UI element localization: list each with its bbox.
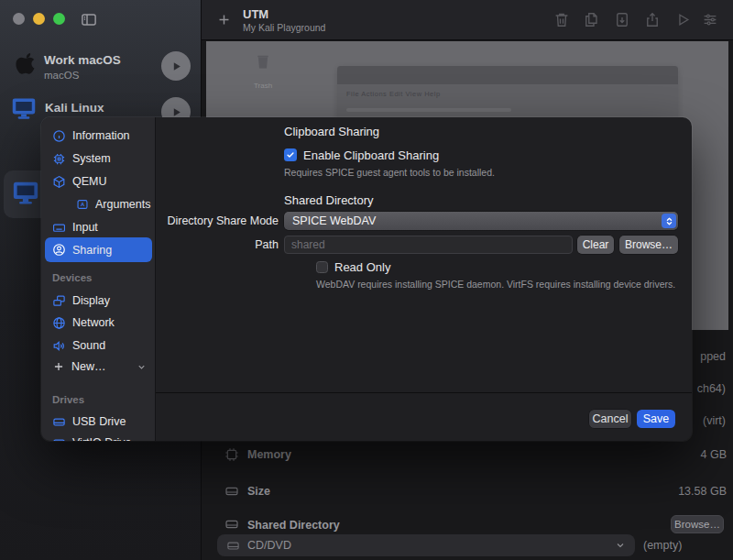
path-label: Path xyxy=(156,238,279,251)
traffic-close-button[interactable] xyxy=(13,13,25,25)
keyboard-icon xyxy=(52,221,66,235)
globe-icon xyxy=(52,316,66,330)
utm-app-window: Work macOS macOS Kali Linux xyxy=(0,0,733,560)
window-title: UTM xyxy=(243,7,268,21)
duplicate-icon[interactable] xyxy=(583,11,599,28)
detail-row-memory: Memory 4 GB xyxy=(217,445,727,466)
enable-clipboard-checkbox[interactable] xyxy=(284,148,297,161)
chevron-down-icon xyxy=(615,540,626,551)
row-label: Memory xyxy=(247,448,291,461)
drive-icon xyxy=(52,436,66,442)
row-label: Size xyxy=(247,485,270,498)
monitor-icon xyxy=(11,95,37,121)
sidebar-toggle-icon[interactable] xyxy=(79,11,99,28)
preview-terminal-menu: File Actions Edit View Help xyxy=(337,84,678,98)
settings-nav-sound[interactable]: Sound xyxy=(45,335,152,357)
settings-nav-sidebar: Information System QEMU A Arguments Inpu… xyxy=(41,117,156,441)
run-icon[interactable] xyxy=(675,12,691,27)
traffic-zoom-button[interactable] xyxy=(53,13,65,25)
info-icon xyxy=(52,129,66,143)
share-mode-label: Directory Share Mode xyxy=(156,214,279,227)
read-only-checkbox[interactable] xyxy=(316,261,328,273)
nav-label: VirtIO Drive xyxy=(72,436,131,441)
sliders-icon[interactable] xyxy=(702,12,718,27)
enable-clipboard-label: Enable Clipboard Sharing xyxy=(303,148,439,162)
sharing-settings-panel: Clipboard Sharing Enable Clipboard Shari… xyxy=(156,117,692,441)
cube-icon xyxy=(52,175,66,189)
drive-icon xyxy=(224,484,239,499)
preview-trash-label: Trash xyxy=(237,82,289,90)
displays-icon xyxy=(52,294,66,308)
clipboard-note: Requires SPICE guest agent tools to be i… xyxy=(284,167,495,178)
settings-nav-network[interactable]: Network xyxy=(45,312,152,334)
plus-icon[interactable] xyxy=(216,12,232,27)
traffic-minimize-button[interactable] xyxy=(33,13,45,25)
settings-nav-information[interactable]: Information xyxy=(45,125,152,147)
vm-detail-clipped-machine: (virt) xyxy=(703,414,726,427)
nav-label: Information xyxy=(72,129,130,142)
settings-nav-system[interactable]: System xyxy=(45,148,152,170)
nav-label: Display xyxy=(72,294,110,307)
background-browse-button[interactable]: Browse… xyxy=(671,515,724,533)
svg-text:A: A xyxy=(81,202,85,207)
cancel-button[interactable]: Cancel xyxy=(589,410,631,428)
path-input[interactable] xyxy=(284,236,573,254)
shared-directory-section-title: Shared Directory xyxy=(284,193,374,207)
vm-detail-clipped-arch: ch64) xyxy=(697,382,726,395)
read-only-label: Read Only xyxy=(334,260,390,274)
shared-directory-footnote: WebDAV requires installing SPICE daemon.… xyxy=(316,279,675,290)
settings-nav-display[interactable]: Display xyxy=(45,290,152,312)
row-value: 13.58 GB xyxy=(678,485,727,498)
footer-divider xyxy=(156,392,692,393)
save-button[interactable]: Save xyxy=(637,410,675,428)
clear-button[interactable]: Clear xyxy=(577,236,614,254)
argument-a-icon: A xyxy=(76,198,89,211)
speaker-icon xyxy=(52,339,66,353)
nav-label: QEMU xyxy=(72,175,107,188)
settings-nav-qemu[interactable]: QEMU xyxy=(45,170,152,192)
browse-button[interactable]: Browse… xyxy=(619,236,678,254)
window-subtitle: My Kali Playground xyxy=(243,22,325,33)
settings-nav-virtio-drive[interactable]: VirtIO Drive xyxy=(45,432,152,441)
settings-nav-sharing[interactable]: Sharing xyxy=(45,237,152,262)
chevron-down-icon xyxy=(137,362,147,372)
memory-chip-icon xyxy=(224,447,239,462)
person-icon xyxy=(52,243,66,257)
clipboard-section-title: Clipboard Sharing xyxy=(284,125,379,138)
vm-row-work-macos[interactable]: Work macOS macOS xyxy=(0,46,202,86)
nav-label: Sound xyxy=(72,339,105,352)
drive-icon xyxy=(224,517,239,532)
apple-logo-icon xyxy=(15,49,38,77)
cd-dvd-dropdown[interactable]: CD/DVD xyxy=(217,534,635,556)
nav-label: Input xyxy=(72,221,98,234)
vm-title: Work macOS xyxy=(44,53,121,67)
preview-text-line xyxy=(346,108,511,112)
share-icon[interactable] xyxy=(644,11,661,28)
vm-subtitle: macOS xyxy=(44,70,79,81)
settings-nav-arguments[interactable]: A Arguments xyxy=(45,193,152,215)
drive-icon xyxy=(52,415,66,429)
preview-terminal-titlebar xyxy=(337,66,678,84)
nav-label: USB Drive xyxy=(72,415,126,428)
trash-icon[interactable] xyxy=(553,11,570,28)
vm-play-button[interactable] xyxy=(161,51,191,81)
nav-label: Network xyxy=(72,316,115,329)
settings-nav-input[interactable]: Input xyxy=(45,216,152,238)
share-mode-popup[interactable]: SPICE WebDAV xyxy=(284,212,678,230)
settings-nav-new-device[interactable]: New… xyxy=(45,356,152,378)
detail-row-size: Size 13.58 GB xyxy=(217,482,727,502)
monitor-icon xyxy=(12,179,39,206)
preview-trash-icon xyxy=(254,49,272,73)
cd-dvd-label: CD/DVD xyxy=(247,539,615,552)
nav-label: System xyxy=(72,152,111,165)
nav-label: Sharing xyxy=(72,244,112,257)
popup-stepper-icon xyxy=(662,214,676,228)
download-icon[interactable] xyxy=(614,11,630,28)
section-header-devices: Devices xyxy=(52,272,92,283)
drive-icon xyxy=(226,539,240,553)
window-toolbar: UTM My Kali Playground xyxy=(202,0,733,40)
settings-nav-usb-drive[interactable]: USB Drive xyxy=(45,411,152,433)
row-value: 4 GB xyxy=(701,448,728,461)
check-icon xyxy=(286,150,295,159)
nav-label: Arguments xyxy=(95,198,150,211)
